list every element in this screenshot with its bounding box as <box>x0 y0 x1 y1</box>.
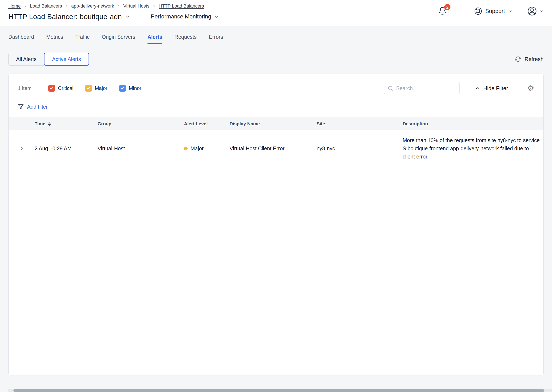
all-alerts-button[interactable]: All Alerts <box>8 53 44 66</box>
item-count: 1 item <box>18 85 31 91</box>
tab-traffic[interactable]: Traffic <box>75 34 90 44</box>
monitor-selector-label: Performance Monitoring <box>151 14 211 20</box>
search-icon <box>388 85 393 91</box>
major-label: Major <box>95 85 108 91</box>
cell-group: Virtual-Host <box>98 146 184 152</box>
severity-filter-critical[interactable]: Critical <box>48 85 73 92</box>
search-input[interactable] <box>396 85 456 92</box>
tab-dashboard[interactable]: Dashboard <box>8 34 34 44</box>
row-expand-chevron-icon[interactable] <box>9 146 35 152</box>
column-header-display-name[interactable]: Display Name <box>229 121 317 127</box>
horizontal-scrollbar-thumb[interactable] <box>14 389 544 392</box>
header-right: 2 Support <box>438 6 544 16</box>
major-checkbox[interactable] <box>85 85 92 92</box>
chevron-right-icon <box>152 5 156 8</box>
chevron-right-icon <box>24 5 27 8</box>
support-menu[interactable]: Support <box>474 7 513 15</box>
support-label: Support <box>485 8 505 14</box>
refresh-button[interactable]: Refresh <box>515 56 544 63</box>
breadcrumb-load-balancers[interactable]: Load Balancers <box>30 3 62 9</box>
sort-icon[interactable] <box>48 122 51 126</box>
active-alerts-button[interactable]: Active Alerts <box>44 53 89 66</box>
gear-icon[interactable]: ⚙ <box>527 84 534 92</box>
breadcrumb-http-load-balancers[interactable]: HTTP Load Balancers <box>159 3 204 9</box>
column-header-group-label: Group <box>98 121 111 127</box>
breadcrumb-virtual-hosts[interactable]: Virtual Hosts <box>123 3 149 9</box>
alert-level-text: Major <box>191 146 204 152</box>
breadcrumb-home[interactable]: Home <box>8 3 21 9</box>
support-icon <box>474 7 482 15</box>
major-severity-dot <box>184 147 187 150</box>
column-header-display-name-label: Display Name <box>229 121 260 127</box>
column-header-description[interactable]: Description <box>403 121 543 127</box>
cell-display-name: Virtual Host Client Error <box>229 146 317 152</box>
refresh-icon <box>515 56 521 62</box>
cell-time: 2 Aug 10:29 AM <box>35 146 98 152</box>
check-icon <box>50 86 54 90</box>
column-header-group[interactable]: Group <box>98 121 184 127</box>
tab-alerts[interactable]: Alerts <box>148 34 162 44</box>
table-header: Time Group Alert Level Display Name Site… <box>9 117 543 130</box>
column-header-site-label: Site <box>317 121 325 127</box>
chevron-down-icon <box>539 9 544 14</box>
check-icon <box>86 86 91 90</box>
search-box <box>384 82 460 94</box>
add-filter-label: Add filter <box>27 104 48 110</box>
add-filter-button[interactable]: Add filter <box>18 103 534 110</box>
column-header-alert-level-label: Alert Level <box>184 121 208 127</box>
critical-label: Critical <box>58 85 73 91</box>
chevron-down-icon <box>508 9 513 14</box>
severity-filter-major[interactable]: Major <box>85 85 108 92</box>
notification-badge: 2 <box>444 3 451 11</box>
column-header-site[interactable]: Site <box>317 121 403 127</box>
funnel-icon <box>18 104 24 110</box>
toolbar-row: All Alerts Active Alerts Refresh <box>0 44 552 66</box>
hide-filter-button[interactable]: Hide Filter <box>475 85 508 92</box>
hide-filter-label: Hide Filter <box>483 85 508 92</box>
tabbar: Dashboard Metrics Traffic Origin Servers… <box>0 26 552 44</box>
check-icon <box>121 86 125 90</box>
cell-site: ny8-nyc <box>317 146 403 152</box>
filter-row: 1 item Critical Major Minor <box>18 82 534 94</box>
column-header-alert-level[interactable]: Alert Level <box>184 121 229 127</box>
cell-alert-level: Major <box>184 146 229 152</box>
chevron-down-icon <box>214 14 219 19</box>
tab-errors[interactable]: Errors <box>209 34 223 44</box>
chevron-right-icon <box>65 5 68 8</box>
breadcrumb-namespace[interactable]: app-delivery-network <box>71 3 114 9</box>
table-row[interactable]: 2 Aug 10:29 AM Virtual-Host Major Virtua… <box>9 130 543 167</box>
monitor-selector[interactable]: Performance Monitoring <box>151 14 219 20</box>
critical-checkbox[interactable] <box>48 85 55 92</box>
column-header-time[interactable]: Time <box>35 121 98 127</box>
user-menu[interactable] <box>527 6 544 16</box>
chevron-right-icon <box>117 5 121 8</box>
minor-label: Minor <box>129 85 141 91</box>
tab-requests[interactable]: Requests <box>175 34 197 44</box>
page-title: HTTP Load Balancer: boutique-adn <box>8 13 122 21</box>
tab-metrics[interactable]: Metrics <box>46 34 63 44</box>
column-header-description-label: Description <box>403 121 428 127</box>
chevron-up-icon <box>475 86 480 91</box>
avatar-icon <box>527 6 537 16</box>
severity-filter-minor[interactable]: Minor <box>119 85 141 92</box>
cell-description: More than 10% of the requests from site … <box>403 136 543 161</box>
tab-origin-servers[interactable]: Origin Servers <box>102 34 135 44</box>
alerts-panel: 1 item Critical Major Minor <box>8 74 544 375</box>
notifications-button[interactable]: 2 <box>438 7 447 15</box>
minor-checkbox[interactable] <box>119 85 126 92</box>
alerts-scope-toggle: All Alerts Active Alerts <box>8 53 89 66</box>
refresh-label: Refresh <box>524 56 544 63</box>
top-header: Home Load Balancers app-delivery-network… <box>0 0 552 26</box>
column-header-time-label: Time <box>35 121 45 127</box>
chevron-down-icon[interactable] <box>125 14 130 19</box>
